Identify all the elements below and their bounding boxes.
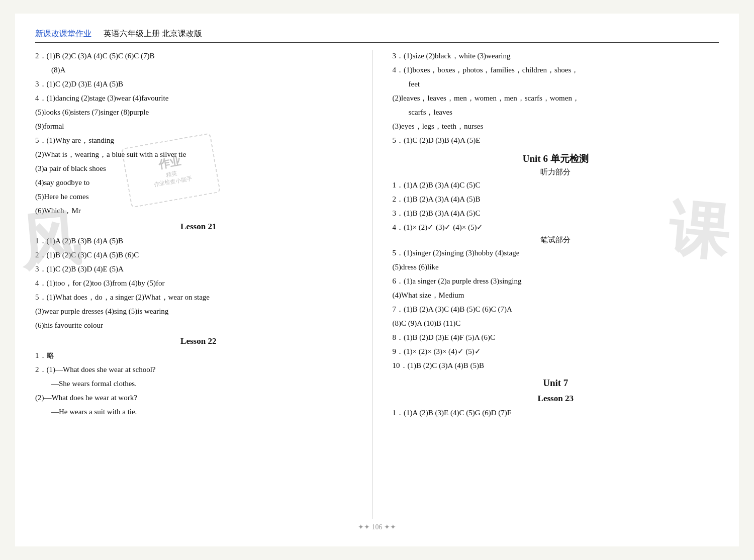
left-q3: 3．(1)C (2)D (3)E (4)A (5)B [35, 78, 362, 90]
u6-b5-2: (5)dress (6)like [393, 261, 719, 273]
left-q4-3: (9)formal [35, 120, 362, 132]
unit6-title: Unit 6 单元检测 [393, 152, 719, 165]
lesson22-title: Lesson 22 [35, 336, 362, 346]
left-q4-2: (5)looks (6)sisters (7)singer (8)purple [35, 106, 362, 118]
content-area: 作业 精英 作业检查小能手 2．(1)B (2)C (3)A (4)C (5)C… [35, 50, 719, 519]
u6-b7: 7．(1)B (2)A (3)C (4)B (5)C (6)C (7)A [393, 303, 719, 315]
u6-b7-2: (8)C (9)A (10)B (11)C [393, 317, 719, 329]
u6-l1: 1．(1)A (2)B (3)A (4)C (5)C [393, 179, 719, 191]
l21-q4: 4．(1)too，for (2)too (3)from (4)by (5)for [35, 277, 362, 289]
u6-b10: 10．(1)B (2)C (3)A (4)B (5)B [393, 359, 719, 371]
u6-b9: 9．(1)× (2)× (3)× (4)✓ (5)✓ [393, 345, 719, 357]
left-q5-5: (5)Here he comes [35, 191, 362, 203]
right-column: 3．(1)size (2)black，white (3)wearing 4．(1… [388, 50, 719, 519]
header-subtitle: 英语六年级上册 北京课改版 [104, 29, 202, 38]
l23-q1: 1．(1)A (2)B (3)E (4)C (5)G (6)D (7)F [393, 407, 719, 419]
left-q4: 4．(1)dancing (2)stage (3)wear (4)favouri… [35, 92, 362, 104]
left-q5: 5．(1)Why are，standing [35, 134, 362, 146]
lesson21-title: Lesson 21 [35, 222, 362, 232]
left-q2: 2．(1)B (2)C (3)A (4)C (5)C (6)C (7)B [35, 50, 362, 62]
bishi-section-title: 笔试部分 [393, 235, 719, 245]
left-q5-2: (2)What is，wearing，a blue suit with a si… [35, 148, 362, 160]
tingli-section-title: 听力部分 [393, 167, 719, 177]
l22-q2-2: —She wears formal clothes. [51, 378, 362, 390]
l22-q2-3: (2)—What does he wear at work? [35, 392, 362, 404]
l22-q2-4: —He wears a suit with a tie. [51, 406, 362, 418]
u6-b5: 5．(1)singer (2)singing (3)hobby (4)stage [393, 247, 719, 259]
left-q5-4: (4)say goodbye to [35, 176, 362, 189]
right-q4-2: feet [409, 78, 719, 90]
right-q4: 4．(1)boxes，boxes，photos，families，childre… [393, 64, 719, 76]
page-number: ✦✦ 106 ✦✦ [35, 523, 719, 531]
left-column: 作业 精英 作业检查小能手 2．(1)B (2)C (3)A (4)C (5)C… [35, 50, 372, 519]
lesson23-title: Lesson 23 [393, 394, 719, 404]
l21-q5: 5．(1)What does，do，a singer (2)What，wear … [35, 291, 362, 303]
header-title: 新课改课堂作业 [35, 29, 91, 38]
unit7-title: Unit 7 [393, 378, 719, 389]
u6-b6: 6．(1)a singer (2)a purple dress (3)singi… [393, 275, 719, 287]
l21-q5-2: (3)wear purple dresses (4)sing (5)is wea… [35, 305, 362, 317]
left-q5-3: (3)a pair of black shoes [35, 162, 362, 174]
right-q5: 5．(1)C (2)D (3)B (4)A (5)E [393, 134, 719, 146]
u6-b6-2: (4)What size，Medium [393, 289, 719, 301]
l22-q2: 2．(1)—What does she wear at school? [35, 363, 362, 376]
left-q2-8: (8)A [51, 64, 362, 76]
page-header: 新课改课堂作业 英语六年级上册 北京课改版 [35, 29, 719, 43]
right-q4-5: (3)eyes，legs，teeth，nurses [393, 120, 719, 132]
u6-b8: 8．(1)B (2)D (3)E (4)F (5)A (6)C [393, 331, 719, 343]
right-q3: 3．(1)size (2)black，white (3)wearing [393, 50, 719, 62]
u6-l4: 4．(1)× (2)✓ (3)✓ (4)× (5)✓ [393, 221, 719, 233]
left-q5-6: (6)Which，Mr [35, 205, 362, 217]
u6-l3: 3．(1)B (2)B (3)A (4)A (5)C [393, 207, 719, 219]
u6-l2: 2．(1)B (2)A (3)A (4)A (5)B [393, 193, 719, 205]
right-q4-4: scarfs，leaves [409, 106, 719, 118]
l21-q2: 2．(1)B (2)C (3)C (4)A (5)B (6)C [35, 249, 362, 261]
l21-q5-3: (6)his favourite colour [35, 319, 362, 331]
l21-q3: 3．(1)C (2)B (3)D (4)E (5)A [35, 263, 362, 275]
l22-q1: 1．略 [35, 349, 362, 361]
page: 新课改课堂作业 英语六年级上册 北京课改版 作业 精英 作业检查小能手 2．(1… [15, 14, 739, 546]
right-q4-3: (2)leaves，leaves，men，women，men，scarfs，wo… [393, 92, 719, 104]
l21-q1: 1．(1)A (2)B (3)B (4)A (5)B [35, 235, 362, 247]
